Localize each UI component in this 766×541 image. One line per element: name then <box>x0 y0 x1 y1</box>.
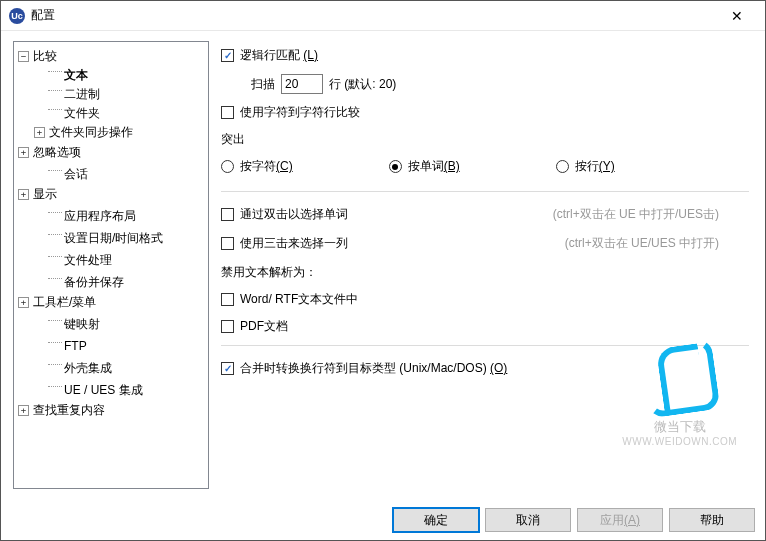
char-compare-row: 使用字符到字符行比较 <box>221 104 749 121</box>
tree-label: 显示 <box>33 185 57 204</box>
tree-item-date-format[interactable]: 设置日期/时间格式 <box>16 226 206 248</box>
tree-item-file-handle[interactable]: 文件处理 <box>16 248 206 270</box>
nav-tree[interactable]: −比较 文本 二进制 文件夹 +文件夹同步操作 +忽略选项 会话 +显示 应用程… <box>13 41 209 489</box>
tree-item-ue-integration[interactable]: UE / UES 集成 <box>16 378 206 400</box>
triple-click-checkbox[interactable] <box>221 237 234 250</box>
highlight-radio-group: 按字符(C) 按单词(B) 按行(Y) <box>221 158 749 175</box>
tree-label: 设置日期/时间格式 <box>64 229 163 248</box>
dialog-buttons: 确定 取消 应用(A) 帮助 <box>393 508 755 532</box>
tree-label: UE / UES 集成 <box>64 381 143 400</box>
tree-label: 备份并保存 <box>64 273 124 292</box>
tree-item-folder[interactable]: 文件夹 <box>16 104 206 123</box>
tree-label: 应用程序布局 <box>64 207 136 226</box>
dbl-click-label: 通过双击以选择单词 <box>240 206 348 223</box>
tree-item-text[interactable]: 文本 <box>16 66 206 85</box>
tree-label: 二进制 <box>64 85 100 104</box>
scan-row: 扫描 行 (默认: 20) <box>221 74 749 94</box>
ok-button[interactable]: 确定 <box>393 508 479 532</box>
tree-item-folder-sync[interactable]: +文件夹同步操作 <box>16 123 206 142</box>
word-rtf-checkbox[interactable] <box>221 293 234 306</box>
word-rtf-row: Word/ RTF文本文件中 <box>221 291 749 308</box>
radio-line[interactable]: 按行(Y) <box>556 158 615 175</box>
tree-label: 外壳集成 <box>64 359 112 378</box>
watermark-text2: WWW.WEIDOWN.COM <box>622 436 737 447</box>
tree-label: 文件夹同步操作 <box>49 123 133 142</box>
logic-line-match-row: 逻辑行匹配 (L) <box>221 47 749 64</box>
tree-label: 文本 <box>64 66 88 85</box>
char-compare-checkbox[interactable] <box>221 106 234 119</box>
watermark-text1: 微当下载 <box>622 418 737 436</box>
tree-item-compare[interactable]: −比较 文本 二进制 文件夹 +文件夹同步操作 <box>16 46 206 142</box>
radio-word[interactable]: 按单词(B) <box>389 158 460 175</box>
tree-label: 比较 <box>33 47 57 66</box>
tree-label: 会话 <box>64 165 88 184</box>
scan-suffix: 行 (默认: 20) <box>329 76 396 93</box>
radio-word-label: 按单词 <box>408 159 444 173</box>
tree-item-display[interactable]: +显示 <box>16 184 206 204</box>
help-button[interactable]: 帮助 <box>669 508 755 532</box>
radio-char-label: 按字符 <box>240 159 276 173</box>
close-icon[interactable]: ✕ <box>717 1 757 31</box>
tree-label: 查找重复内容 <box>33 401 105 420</box>
tree-item-keymap[interactable]: 键映射 <box>16 312 206 334</box>
convert-eol-checkbox[interactable] <box>221 362 234 375</box>
tree-item-toolbar[interactable]: +工具栏/菜单 <box>16 292 206 312</box>
app-icon: Uc <box>9 8 25 24</box>
divider <box>221 191 749 192</box>
logic-line-match-label: 逻辑行匹配 (L) <box>240 47 318 64</box>
highlight-label: 突出 <box>221 131 749 148</box>
tree-item-binary[interactable]: 二进制 <box>16 85 206 104</box>
tree-label: 工具栏/菜单 <box>33 293 96 312</box>
scan-input[interactable] <box>281 74 323 94</box>
triple-click-label: 使用三击来选择一列 <box>240 235 348 252</box>
radio-char[interactable]: 按字符(C) <box>221 158 293 175</box>
tree-item-ftp[interactable]: FTP <box>16 334 206 356</box>
radio-line-label: 按行 <box>575 159 599 173</box>
watermark-logo-icon <box>639 337 720 418</box>
pdf-row: PDF文档 <box>221 318 749 335</box>
word-rtf-label: Word/ RTF文本文件中 <box>240 291 358 308</box>
disable-parse-label: 禁用文本解析为： <box>221 264 749 281</box>
dbl-click-checkbox[interactable] <box>221 208 234 221</box>
tree-item-ignore[interactable]: +忽略选项 <box>16 142 206 162</box>
cancel-button[interactable]: 取消 <box>485 508 571 532</box>
watermark: 微当下载 WWW.WEIDOWN.COM <box>622 342 737 447</box>
tree-item-session[interactable]: 会话 <box>16 162 206 184</box>
tree-label: 文件夹 <box>64 104 100 123</box>
settings-panel: 逻辑行匹配 (L) 扫描 行 (默认: 20) 使用字符到字符行比较 突出 按字… <box>221 41 753 489</box>
pdf-checkbox[interactable] <box>221 320 234 333</box>
char-compare-label: 使用字符到字符行比较 <box>240 104 360 121</box>
tree-item-find-dup[interactable]: +查找重复内容 <box>16 400 206 420</box>
tree-item-app-layout[interactable]: 应用程序布局 <box>16 204 206 226</box>
divider <box>221 345 749 346</box>
tree-label: 忽略选项 <box>33 143 81 162</box>
logic-line-match-checkbox[interactable] <box>221 49 234 62</box>
scan-label: 扫描 <box>251 76 275 93</box>
convert-eol-row: 合并时转换换行符到目标类型 (Unix/Mac/DOS) (O) <box>221 360 749 377</box>
tree-item-backup[interactable]: 备份并保存 <box>16 270 206 292</box>
tree-item-shell[interactable]: 外壳集成 <box>16 356 206 378</box>
triple-click-hint: (ctrl+双击在 UE/UES 中打开) <box>348 235 749 252</box>
tree-label: 键映射 <box>64 315 100 334</box>
dbl-click-hint: (ctrl+双击在 UE 中打开/UES击) <box>348 206 749 223</box>
pdf-label: PDF文档 <box>240 318 288 335</box>
titlebar: Uc 配置 ✕ <box>1 1 765 31</box>
tree-label: FTP <box>64 337 87 356</box>
window-title: 配置 <box>31 7 717 24</box>
tree-label: 文件处理 <box>64 251 112 270</box>
convert-eol-label: 合并时转换换行符到目标类型 (Unix/Mac/DOS) (O) <box>240 360 507 377</box>
apply-button[interactable]: 应用(A) <box>577 508 663 532</box>
